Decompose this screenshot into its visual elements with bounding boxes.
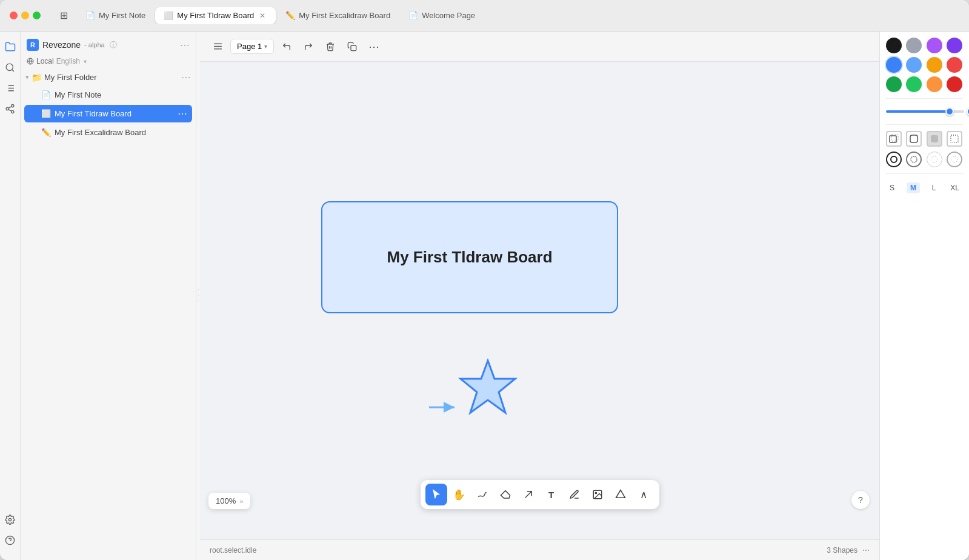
color-salmon[interactable]	[927, 76, 942, 92]
shape-circle-dashed[interactable]	[927, 152, 942, 167]
eraser-tool-button[interactable]	[494, 484, 516, 505]
svg-point-9	[6, 107, 8, 110]
sidebar-collapse-button[interactable]: ⊞	[55, 7, 72, 24]
zoom-control[interactable]: 100% »	[208, 493, 250, 509]
tab-close-icon[interactable]: ✕	[258, 11, 267, 21]
svg-point-36	[951, 156, 957, 162]
text-tool-button[interactable]: T	[541, 484, 562, 505]
note-item-label: My First Note	[55, 90, 101, 99]
sidebar-icon-search[interactable]	[1, 58, 19, 76]
color-light-blue[interactable]	[906, 57, 922, 73]
arrow-tool-button[interactable]	[518, 484, 539, 505]
svg-point-35	[931, 156, 937, 162]
select-tool-button[interactable]	[425, 484, 447, 505]
svg-marker-23	[461, 361, 515, 413]
minimize-button[interactable]	[21, 12, 29, 19]
maximize-button[interactable]	[33, 12, 41, 19]
svg-point-13	[8, 518, 11, 521]
language-label: English	[56, 57, 80, 65]
draw-tool-button[interactable]	[471, 484, 493, 505]
traffic-lights	[10, 12, 41, 19]
tree-item-tldraw[interactable]: ⬜ My First Tldraw Board ⋯	[24, 105, 192, 122]
tldraw-more-icon[interactable]: ⋯	[178, 108, 187, 119]
tab-welcome-page[interactable]: 📄 Welcome Page	[400, 7, 484, 24]
shape-dotted-square[interactable]	[947, 131, 962, 147]
zoom-expand-icon: »	[239, 498, 243, 505]
color-orange[interactable]	[927, 57, 942, 73]
shape-soft-square[interactable]	[927, 131, 942, 147]
status-bar: root.select.idle 3 Shapes ⋯	[200, 539, 879, 560]
file-tree: R Revezone - alpha ⓘ ⋯ Local English ▾ ▾…	[21, 32, 196, 560]
size-xl[interactable]: XL	[948, 182, 962, 193]
color-black[interactable]	[886, 38, 902, 53]
color-light-green[interactable]	[906, 76, 922, 92]
color-blue[interactable]	[886, 57, 902, 73]
more-dots-icon: ⋯	[368, 40, 380, 53]
language-chevron[interactable]: ▾	[84, 58, 87, 65]
sidebar-icon-help[interactable]	[1, 531, 19, 549]
note-tool-button[interactable]	[564, 484, 585, 505]
shape-circle-filled[interactable]	[886, 152, 902, 167]
hand-tool-button[interactable]: ✋	[448, 484, 470, 505]
tree-item-note[interactable]: 📄 My First Note ⋯	[24, 86, 192, 104]
help-circle-icon[interactable]: ⓘ	[110, 40, 117, 50]
status-state: root.select.idle	[210, 546, 256, 555]
svg-rect-32	[951, 135, 958, 142]
duplicate-button[interactable]	[343, 38, 361, 56]
menu-button[interactable]	[208, 38, 227, 56]
divider-1	[886, 98, 963, 99]
shape-tool-button[interactable]	[610, 484, 631, 505]
size-m[interactable]: M	[907, 182, 920, 193]
sidebar-icon-list[interactable]	[1, 79, 19, 97]
image-tool-button[interactable]	[587, 484, 608, 505]
tldraw-box-text: My First Tldraw Board	[387, 248, 552, 267]
excalidraw-tab-icon: ✏️	[285, 11, 295, 20]
color-purple[interactable]	[927, 38, 942, 53]
svg-point-10	[12, 110, 14, 113]
more-options-button[interactable]: ⋯	[365, 38, 383, 56]
more-options-icon[interactable]: ⋯	[180, 39, 190, 51]
page-selector[interactable]: Page 1 ▾	[230, 39, 274, 54]
sidebar-icon-settings[interactable]	[1, 510, 19, 528]
globe-icon	[27, 58, 34, 65]
size-row: S M L XL	[886, 180, 963, 196]
canvas[interactable]: My First Tldraw Board	[200, 62, 879, 539]
tree-item-excalidraw[interactable]: ✏️ My First Excalidraw Board ⋯	[24, 124, 192, 141]
size-l[interactable]: L	[930, 182, 939, 193]
redo-button[interactable]	[299, 38, 318, 56]
app-logo: R	[27, 39, 39, 51]
folder-header[interactable]: ▾ 📁 My First Folder ⋯	[21, 69, 196, 85]
tab-label: My First Excalidraw Board	[299, 11, 390, 20]
tab-my-first-tldraw[interactable]: ⬜ My First Tldraw Board ✕	[155, 7, 276, 24]
more-tools-button[interactable]: ∧	[633, 484, 654, 505]
tab-my-first-note[interactable]: 📄 My First Note	[77, 7, 154, 24]
sidebar-icons	[0, 32, 21, 560]
app-name-row: R Revezone - alpha ⓘ ⋯	[21, 36, 196, 53]
shape-rounded-square[interactable]	[906, 131, 922, 147]
svg-line-12	[8, 106, 12, 108]
folder-more-icon[interactable]: ⋯	[181, 72, 191, 83]
sidebar-icon-folder[interactable]	[1, 38, 19, 56]
shape-square-shadow[interactable]	[886, 131, 902, 147]
sidebar-icon-publish[interactable]	[1, 99, 19, 118]
help-button[interactable]: ?	[851, 491, 870, 509]
undo-button[interactable]	[278, 38, 296, 56]
status-more-icon[interactable]: ⋯	[862, 546, 870, 555]
size-s[interactable]: S	[887, 182, 897, 193]
color-red[interactable]	[947, 76, 962, 92]
shape-circle-dotted[interactable]	[947, 152, 962, 167]
note-file-icon: 📄	[41, 90, 51, 99]
color-dark-purple[interactable]	[947, 38, 962, 53]
shape-circle-medium[interactable]	[906, 152, 922, 167]
folder-icon: 📁	[32, 73, 42, 82]
canvas-area: Page 1 ▾ ⋯	[200, 32, 879, 560]
color-red-orange[interactable]	[947, 57, 962, 73]
color-gray[interactable]	[906, 38, 922, 53]
folder-header-left: ▾ 📁 My First Folder	[25, 73, 97, 82]
stroke-slider[interactable]	[886, 110, 964, 113]
tab-my-first-excalidraw[interactable]: ✏️ My First Excalidraw Board	[277, 7, 399, 24]
color-green[interactable]	[886, 76, 902, 92]
delete-button[interactable]	[321, 38, 339, 56]
tab-label: My First Note	[99, 11, 145, 20]
close-button[interactable]	[10, 12, 18, 19]
